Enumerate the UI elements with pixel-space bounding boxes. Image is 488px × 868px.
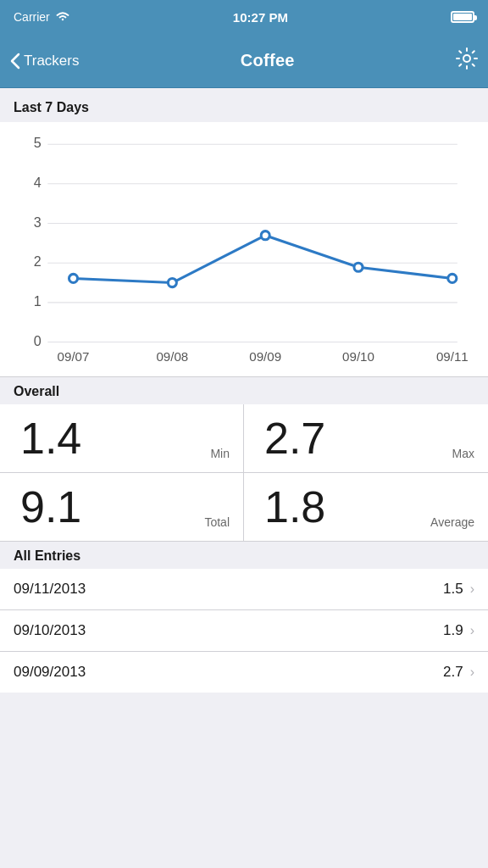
back-label: Trackers xyxy=(24,53,80,70)
stat-max: 2.7 Max xyxy=(244,404,488,473)
entries-list: 09/11/2013 1.5 › 09/10/2013 1.9 › 09/09/… xyxy=(0,569,488,693)
svg-text:2: 2 xyxy=(34,253,42,269)
entry-date-2: 09/09/2013 xyxy=(14,664,86,681)
entry-value-2: 2.7 xyxy=(443,664,463,681)
stat-min: 1.4 Min xyxy=(0,404,244,473)
wifi-icon xyxy=(55,10,70,25)
entry-date-0: 09/11/2013 xyxy=(14,581,86,598)
average-label: Average xyxy=(430,515,474,529)
total-label: Total xyxy=(204,515,230,529)
chevron-right-icon-2: › xyxy=(470,665,474,680)
chevron-right-icon-0: › xyxy=(470,581,474,597)
entry-value-0: 1.5 xyxy=(443,581,463,598)
chart-section-header: Last 7 Days xyxy=(0,88,488,122)
entry-row-0[interactable]: 09/11/2013 1.5 › xyxy=(0,569,488,610)
entry-right-0: 1.5 › xyxy=(443,581,474,598)
svg-text:1: 1 xyxy=(34,293,42,309)
entries-section-header: All Entries xyxy=(0,542,488,569)
min-label: Min xyxy=(210,447,230,460)
settings-button[interactable] xyxy=(456,47,478,75)
svg-text:5: 5 xyxy=(34,135,42,150)
svg-point-15 xyxy=(261,231,269,240)
status-bar: Carrier 10:27 PM xyxy=(0,0,488,34)
entry-date-1: 09/10/2013 xyxy=(14,622,86,639)
chart-container: 5 4 3 2 1 0 09/07 09/08 09/09 09/10 09/1… xyxy=(0,122,488,376)
svg-point-13 xyxy=(69,274,77,282)
status-bar-left: Carrier xyxy=(14,10,70,25)
svg-text:4: 4 xyxy=(34,175,42,190)
min-value: 1.4 xyxy=(20,416,230,460)
svg-point-0 xyxy=(463,55,470,62)
svg-text:09/09: 09/09 xyxy=(249,349,281,364)
status-bar-right xyxy=(451,11,474,23)
svg-text:09/07: 09/07 xyxy=(58,349,90,364)
entry-right-2: 2.7 › xyxy=(443,664,474,681)
svg-text:09/10: 09/10 xyxy=(342,349,374,364)
max-value: 2.7 xyxy=(264,416,474,460)
svg-text:09/08: 09/08 xyxy=(156,349,188,364)
entry-value-1: 1.9 xyxy=(443,622,463,639)
stat-total: 9.1 Total xyxy=(0,473,244,542)
back-button[interactable]: Trackers xyxy=(10,53,80,70)
svg-point-16 xyxy=(354,263,363,271)
svg-point-17 xyxy=(448,274,457,282)
svg-text:0: 0 xyxy=(34,333,42,348)
battery-icon xyxy=(451,11,474,23)
total-value: 9.1 xyxy=(20,485,230,529)
svg-point-14 xyxy=(168,278,176,287)
line-chart: 5 4 3 2 1 0 09/07 09/08 09/09 09/10 09/1… xyxy=(14,136,474,368)
entry-row-1[interactable]: 09/10/2013 1.9 › xyxy=(0,610,488,652)
entry-row-2[interactable]: 09/09/2013 2.7 › xyxy=(0,652,488,693)
entry-right-1: 1.9 › xyxy=(443,622,474,639)
status-bar-time: 10:27 PM xyxy=(233,10,288,25)
max-label: Max xyxy=(452,447,474,460)
page-title: Coffee xyxy=(241,51,295,70)
svg-text:3: 3 xyxy=(34,214,42,230)
stats-grid: 1.4 Min 2.7 Max 9.1 Total 1.8 Average xyxy=(0,404,488,542)
nav-bar: Trackers Coffee xyxy=(0,34,488,88)
stat-average: 1.8 Average xyxy=(244,473,488,542)
svg-text:09/11: 09/11 xyxy=(436,349,469,364)
overall-section-header: Overall xyxy=(0,377,488,404)
chevron-right-icon-1: › xyxy=(470,623,474,638)
carrier-label: Carrier xyxy=(14,10,50,24)
